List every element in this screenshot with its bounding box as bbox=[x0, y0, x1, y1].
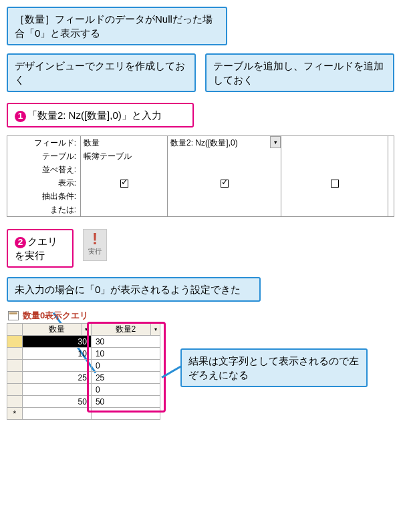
dg-or-1[interactable] bbox=[168, 203, 281, 216]
dg-sort-1[interactable] bbox=[168, 163, 281, 176]
dg-or-0[interactable] bbox=[81, 203, 168, 216]
result-header-2[interactable]: 数量2▾ bbox=[91, 324, 160, 336]
dg-table-2[interactable] bbox=[281, 150, 388, 163]
callout-prep-left-text: デザインビューでクエリを作成しておく bbox=[15, 60, 185, 85]
row-selector-header bbox=[7, 324, 23, 336]
checkbox-icon[interactable] bbox=[120, 180, 128, 188]
dg-criteria-1[interactable] bbox=[168, 190, 281, 203]
dg-show-2[interactable] bbox=[281, 176, 388, 190]
result-header-1[interactable]: 数量▾ bbox=[22, 324, 91, 336]
callout-result-note: 未入力の場合に「0」が表示されるよう設定できた bbox=[7, 277, 261, 302]
run-button-label: 実行 bbox=[84, 247, 106, 256]
callout-step1: 1「数量2: Nz([数量],0)」と入力 bbox=[7, 103, 194, 127]
row-selector[interactable] bbox=[7, 396, 23, 408]
callout-prep-left: デザインビューでクエリを作成しておく bbox=[7, 53, 196, 92]
result-tab[interactable]: 数量0表示クエリ bbox=[7, 310, 394, 322]
table-row[interactable]: 0 bbox=[7, 384, 160, 396]
dg-label-field: フィールド: bbox=[7, 136, 81, 150]
dg-label-criteria: 抽出条件: bbox=[7, 190, 81, 203]
table-row[interactable]: 30 30 bbox=[7, 336, 160, 348]
dg-show-1[interactable] bbox=[168, 176, 281, 190]
dg-label-or: または: bbox=[7, 203, 81, 216]
run-icon: ! bbox=[84, 232, 106, 246]
chevron-down-icon[interactable]: ▾ bbox=[150, 324, 160, 335]
row-selector[interactable] bbox=[7, 384, 23, 396]
callout-step1-text: 「数量2: Nz([数量],0)」と入力 bbox=[27, 109, 162, 121]
row-selector[interactable] bbox=[7, 348, 23, 360]
callout-step2: 2クエリを実行 bbox=[7, 229, 74, 268]
dg-field-0[interactable]: 数量 bbox=[81, 136, 168, 150]
chevron-down-icon[interactable]: ▾ bbox=[82, 324, 91, 335]
datasheet-icon bbox=[8, 311, 19, 320]
row-selector[interactable] bbox=[7, 336, 23, 348]
table-row[interactable]: 10 10 bbox=[7, 348, 160, 360]
row-selector[interactable] bbox=[7, 360, 23, 372]
dg-show-0[interactable] bbox=[81, 176, 168, 190]
dg-or-2[interactable] bbox=[281, 203, 388, 216]
dg-sort-2[interactable] bbox=[281, 163, 388, 176]
dg-sort-0[interactable] bbox=[81, 163, 168, 176]
dg-label-table: テーブル: bbox=[7, 150, 81, 163]
dg-label-show: 表示: bbox=[7, 176, 81, 190]
callout-align-note-text: 結果は文字列として表示されるので左ぞろえになる bbox=[188, 355, 359, 380]
dg-table-0[interactable]: 帳簿テーブル bbox=[81, 150, 168, 163]
result-table[interactable]: 数量▾ 数量2▾ 30 30 10 10 0 25 25 bbox=[7, 323, 160, 420]
table-row[interactable]: 25 25 bbox=[7, 372, 160, 384]
result-tab-title: 数量0表示クエリ bbox=[23, 310, 88, 322]
new-row-marker: * bbox=[7, 408, 23, 420]
callout-prep-right: テーブルを追加し、フィールドを追加しておく bbox=[205, 53, 394, 92]
field-dropdown-icon[interactable]: ▾ bbox=[270, 136, 281, 148]
dg-criteria-2[interactable] bbox=[281, 190, 388, 203]
step2-number: 2 bbox=[15, 237, 26, 248]
table-new-row[interactable]: * bbox=[7, 408, 160, 420]
dg-criteria-0[interactable] bbox=[81, 190, 168, 203]
table-row[interactable]: 50 50 bbox=[7, 396, 160, 408]
dg-label-sort: 並べ替え: bbox=[7, 163, 81, 176]
callout-align-note: 結果は文字列として表示されるので左ぞろえになる bbox=[180, 348, 368, 387]
query-design-grid[interactable]: フィールド: 数量 数量2: Nz([数量],0) ▾ テーブル: 帳簿テーブル… bbox=[7, 136, 394, 217]
dg-table-1[interactable] bbox=[168, 150, 281, 163]
callout-result-note-text: 未入力の場合に「0」が表示されるよう設定できた bbox=[15, 284, 241, 295]
run-query-button[interactable]: ! 実行 bbox=[83, 229, 107, 261]
row-selector[interactable] bbox=[7, 372, 23, 384]
dg-field-2[interactable] bbox=[281, 136, 388, 150]
checkbox-icon[interactable] bbox=[221, 180, 229, 188]
table-row[interactable]: 0 bbox=[7, 360, 160, 372]
step1-number: 1 bbox=[15, 111, 26, 122]
dg-field-1[interactable]: 数量2: Nz([数量],0) ▾ bbox=[168, 136, 281, 150]
callout-prep-right-text: テーブルを追加し、フィールドを追加しておく bbox=[213, 60, 384, 85]
callout-intro-text: ［数量］フィールドのデータがNullだった場合「0」と表示する bbox=[15, 13, 213, 39]
callout-intro: ［数量］フィールドのデータがNullだった場合「0」と表示する bbox=[7, 7, 227, 45]
checkbox-icon[interactable] bbox=[331, 180, 339, 188]
